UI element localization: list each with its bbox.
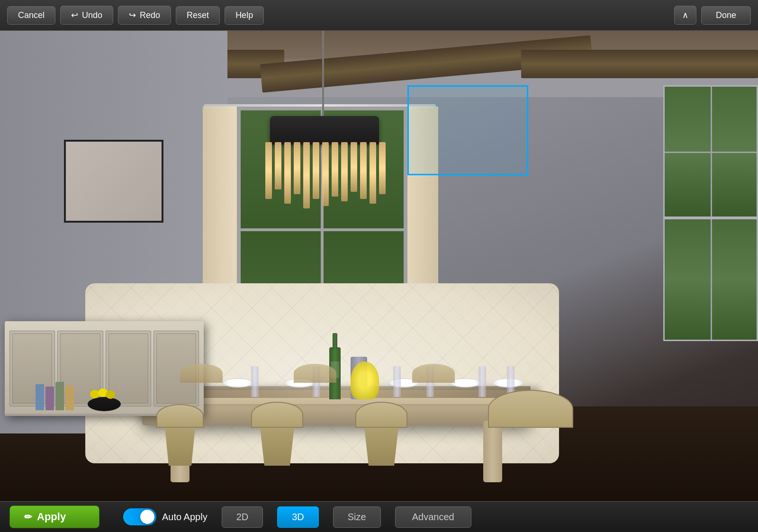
auto-apply-toggle[interactable]: [123, 508, 156, 525]
done-button[interactable]: Done: [701, 6, 751, 25]
book-1: [36, 384, 44, 410]
crystal-11: [360, 142, 367, 199]
bottom-toolbar: ✏ Apply Auto Apply 2D 3D Size Advanced: [0, 501, 758, 532]
chair-back-seat-l: [180, 364, 223, 383]
yellow-flowers: [346, 352, 384, 399]
undo-button[interactable]: ↩ Undo: [60, 6, 113, 25]
view-3d-button[interactable]: 3D: [277, 506, 319, 528]
window-divider-v2: [711, 219, 712, 340]
window-right-top: [663, 85, 758, 218]
help-button[interactable]: Help: [225, 6, 264, 25]
crystal-3: [284, 142, 291, 204]
crystal-2: [275, 142, 281, 189]
table-leg-right: [483, 421, 502, 482]
view-2d-button[interactable]: 2D: [222, 506, 263, 528]
wine-glass-2: [251, 366, 259, 397]
chair-front-left: [156, 404, 204, 428]
chair-seat-fc: [251, 402, 303, 428]
crystal-4: [294, 142, 300, 194]
selection-rectangle: [407, 85, 528, 175]
undo-icon: ↩: [71, 10, 78, 20]
wine-glass-4: [393, 366, 401, 397]
toggle-track: [123, 508, 156, 525]
bottle-neck: [333, 333, 337, 350]
collapse-button[interactable]: ∧: [674, 6, 696, 25]
crystal-5: [303, 142, 310, 208]
window-divider-h: [665, 152, 757, 153]
chair-seat-fr: [355, 402, 407, 428]
beam-3: [521, 50, 758, 78]
chair-back-seat-r: [412, 364, 455, 383]
chair-back-center: [294, 364, 336, 383]
book-ledger: [65, 386, 74, 410]
chair-seat-fl: [156, 404, 204, 428]
plate-2: [223, 378, 253, 388]
window-frame-horizontal: [241, 228, 404, 231]
books-group: [36, 377, 74, 410]
book-3: [55, 382, 64, 410]
flower-bunch: [351, 361, 379, 399]
crystal-9: [341, 142, 348, 201]
auto-apply-label: Auto Apply: [162, 512, 208, 523]
scene-viewport[interactable]: [0, 31, 758, 501]
redo-button[interactable]: ↪ Redo: [118, 6, 171, 25]
apply-button[interactable]: ✏ Apply: [9, 505, 99, 528]
crystal-10: [351, 142, 357, 192]
fruit-bowl: [88, 397, 121, 411]
window-right-bottom: [663, 218, 758, 341]
chair-far-right: [488, 390, 573, 428]
pencil-icon: ✏: [24, 511, 32, 523]
top-toolbar: Cancel ↩ Undo ↪ Redo Reset Help ∧ Done: [0, 0, 758, 31]
advanced-button[interactable]: Advanced: [395, 506, 471, 528]
crystal-8: [332, 142, 338, 197]
chair-back-left: [180, 364, 223, 383]
toggle-knob: [140, 510, 154, 524]
crystal-6: [313, 142, 319, 199]
chandelier-crystals: [261, 142, 388, 213]
picture-frame: [64, 140, 163, 223]
crystal-1: [265, 142, 272, 199]
crystal-7: [322, 142, 329, 206]
wine-glass-6: [478, 366, 486, 397]
chair-back-seat-c: [294, 364, 336, 383]
reset-button[interactable]: Reset: [176, 6, 220, 25]
chair-front-center: [251, 402, 303, 428]
chandelier-chain: [322, 31, 324, 116]
chair-back-right: [412, 364, 455, 383]
book-2: [45, 387, 54, 410]
chevron-up-icon: ∧: [682, 10, 688, 20]
fruit-3: [106, 390, 115, 399]
crystal-13: [379, 142, 386, 194]
auto-apply-section: Auto Apply: [123, 508, 208, 525]
size-button[interactable]: Size: [333, 506, 381, 528]
cancel-button[interactable]: Cancel: [7, 6, 55, 25]
chair-seat-far: [488, 390, 573, 428]
chandelier-ring: [270, 116, 379, 144]
chandelier: [261, 116, 388, 211]
redo-icon: ↪: [129, 10, 136, 20]
chair-front-right: [355, 402, 407, 428]
crystal-12: [370, 142, 376, 204]
